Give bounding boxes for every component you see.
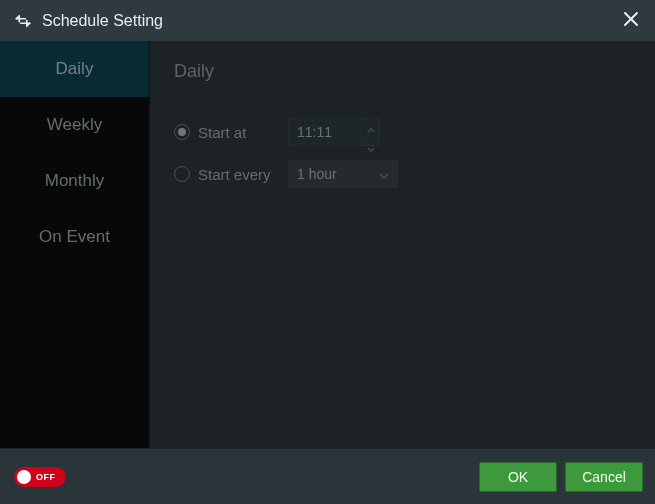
chevron-down-icon bbox=[367, 138, 375, 156]
start-at-radio[interactable] bbox=[174, 124, 190, 140]
start-every-row: Start every 1 hour bbox=[174, 160, 631, 188]
start-every-select[interactable]: 1 hour bbox=[288, 160, 398, 188]
time-step-up[interactable] bbox=[362, 119, 379, 137]
tab-label: On Event bbox=[39, 227, 110, 247]
tab-label: Monthly bbox=[45, 171, 105, 191]
button-label: OK bbox=[508, 469, 528, 485]
start-at-time-input[interactable] bbox=[289, 119, 361, 145]
close-button[interactable] bbox=[619, 9, 643, 33]
chevron-up-icon bbox=[367, 119, 375, 137]
ok-button[interactable]: OK bbox=[479, 462, 557, 492]
tab-weekly[interactable]: Weekly bbox=[0, 97, 149, 153]
tab-monthly[interactable]: Monthly bbox=[0, 153, 149, 209]
footer: OFF OK Cancel bbox=[0, 448, 655, 504]
button-label: Cancel bbox=[582, 469, 626, 485]
panel-heading: Daily bbox=[174, 61, 631, 82]
titlebar: Schedule Setting bbox=[0, 0, 655, 41]
start-at-row: Start at bbox=[174, 118, 631, 146]
time-step-down[interactable] bbox=[362, 137, 379, 156]
tab-label: Daily bbox=[56, 59, 94, 79]
tab-on-event[interactable]: On Event bbox=[0, 209, 149, 265]
close-icon bbox=[623, 11, 639, 31]
dialog-title: Schedule Setting bbox=[42, 12, 619, 30]
swap-arrows-icon bbox=[14, 12, 32, 30]
start-at-label: Start at bbox=[198, 124, 280, 141]
daily-panel: Daily Start at bbox=[150, 41, 655, 448]
start-every-radio[interactable] bbox=[174, 166, 190, 182]
dialog-body: Daily Weekly Monthly On Event Daily Star… bbox=[0, 41, 655, 448]
radio-dot-icon bbox=[178, 128, 186, 136]
schedule-toggle[interactable]: OFF bbox=[14, 467, 66, 487]
time-spinner bbox=[361, 119, 379, 145]
chevron-down-icon bbox=[379, 166, 389, 182]
sidebar: Daily Weekly Monthly On Event bbox=[0, 41, 150, 448]
schedule-setting-dialog: Schedule Setting Daily Weekly Monthly On… bbox=[0, 0, 655, 504]
toggle-label: OFF bbox=[36, 472, 56, 482]
start-every-label: Start every bbox=[198, 166, 280, 183]
cancel-button[interactable]: Cancel bbox=[565, 462, 643, 492]
select-value: 1 hour bbox=[297, 166, 337, 182]
tab-daily[interactable]: Daily bbox=[0, 41, 149, 97]
start-at-time-field bbox=[288, 118, 380, 146]
tab-label: Weekly bbox=[47, 115, 102, 135]
toggle-knob-icon bbox=[17, 470, 31, 484]
